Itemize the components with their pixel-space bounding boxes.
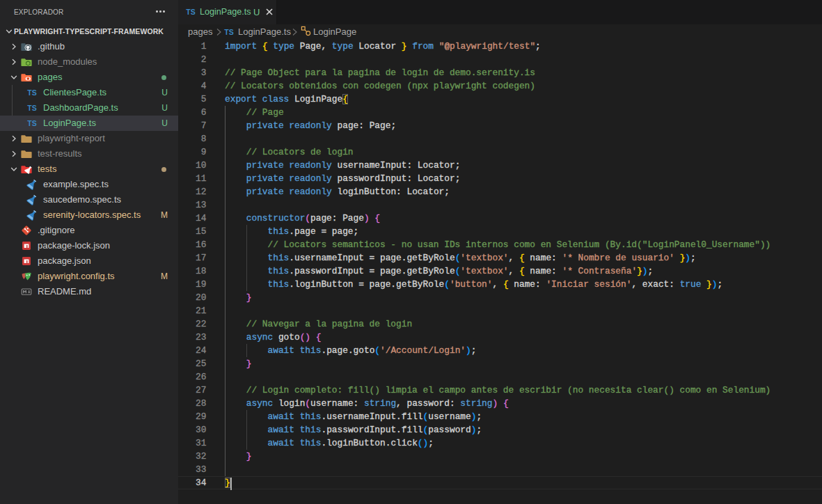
svg-text:TS: TS [27, 104, 36, 112]
svg-text:TS: TS [27, 88, 36, 97]
svg-text:TS: TS [27, 119, 36, 127]
svg-text:TS: TS [224, 28, 233, 36]
svg-text:TS: TS [186, 8, 195, 16]
